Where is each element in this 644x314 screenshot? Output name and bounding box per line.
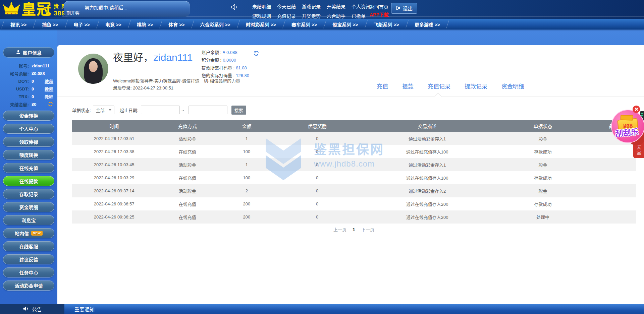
field-value: 0: [32, 79, 45, 84]
menu-settled-today[interactable]: 今天已结: [277, 3, 296, 10]
nav-item-slots[interactable]: 电子 >>: [66, 19, 98, 29]
nav-item-chess[interactable]: 棋牌 >>: [129, 19, 161, 29]
date-separator: ~: [181, 108, 184, 113]
menu-unsettled-detail[interactable]: 未结明细: [252, 3, 271, 10]
nav-item-fishing[interactable]: 捕鱼 >>: [34, 19, 66, 29]
tab-withdraw[interactable]: 提款: [402, 82, 414, 90]
site-mail-label: 站内信: [15, 230, 29, 237]
field-label: 未结金额:: [4, 101, 29, 108]
sidebar-menu: 资金转换 个人中心 领取俸禄 额度转换 在线充值 在线提款 存取记录 资金明细 …: [3, 111, 54, 291]
field-usdt: USDT: 0 教程: [0, 85, 57, 93]
prev-page-button[interactable]: 上一页: [333, 226, 346, 233]
balance-refresh-icon[interactable]: [253, 50, 259, 58]
end-date-input[interactable]: [189, 106, 227, 114]
prize-amount: ¥88: [623, 123, 633, 130]
nav-item-more-games[interactable]: 更多游戏 >>: [407, 19, 448, 29]
announcement-marquee: 期开奖 努力加载中,请稍后...: [64, 1, 190, 17]
nav-item-liuhecai[interactable]: 六合彩系列 >>: [193, 19, 238, 29]
logout-label: 退出: [402, 5, 413, 12]
home-link[interactable]: 返回首页: [370, 3, 388, 10]
field-value: zidan111: [32, 63, 53, 68]
nav-item-sports[interactable]: 体育 >>: [161, 19, 192, 29]
nav-item-racing[interactable]: 赛车系列 >>: [284, 19, 325, 29]
prize-ticket: ¥88: [617, 118, 639, 134]
menu-lottery-helper[interactable]: 六合助手: [327, 12, 345, 19]
status-select[interactable]: 全部: [93, 106, 114, 114]
sidebar: 账户信息 账号: zidan111 帐号余额: ¥0.088 DOY: 0 教程…: [0, 29, 57, 304]
table-row: 2022-04-26 09:37:14活动彩金 20 通过活动彩金存入2彩金: [72, 184, 636, 197]
pagination: 上一页 1 下一页: [72, 226, 636, 233]
nav-item-shishicai[interactable]: 时时彩系列 >>: [238, 19, 284, 29]
logout-button[interactable]: 退出: [391, 3, 417, 14]
tutorial-link[interactable]: 教程: [45, 86, 53, 92]
tab-deposit[interactable]: 充值: [377, 82, 388, 90]
stat-points: 积分余额 :0.0000: [202, 56, 249, 64]
logo-name: 皇冠: [21, 1, 52, 18]
sidebar-item-claim-salary[interactable]: 领取俸禄: [3, 137, 54, 147]
notice-message[interactable]: 重要通知: [74, 304, 95, 314]
scratch-card-promo[interactable]: ¥88: [611, 110, 644, 143]
sidebar-item-deposit-withdraw-records[interactable]: 存取记录: [3, 189, 54, 199]
nav-item-video[interactable]: 视讯 >>: [3, 19, 34, 29]
sidebar-item-fund-details[interactable]: 资金明细: [3, 202, 54, 212]
close-icon[interactable]: [633, 106, 640, 113]
refresh-icon[interactable]: [48, 101, 53, 108]
top-header: 皇冠 贵宾会 3890.com 期开奖 努力加载中,请稍后... 未结明细 今天…: [0, 0, 644, 19]
menu-game-rules[interactable]: 游戏规则: [252, 12, 271, 19]
avatar: [78, 54, 108, 84]
field-unsettled: 未结金额: ¥0: [0, 101, 57, 108]
nav-item-esports[interactable]: 电竞 >>: [98, 19, 129, 29]
menu-cancelled-orders[interactable]: 已撤单: [352, 12, 370, 19]
draw-period-label: 期开奖: [66, 9, 79, 16]
sidebar-item-online-deposit[interactable]: 在线充值: [3, 163, 54, 173]
nav-item-sicbo[interactable]: 骰宝系列 >>: [325, 19, 366, 29]
menu-deposit-records[interactable]: 充值记录: [277, 12, 296, 19]
notice-box: 公告: [0, 304, 64, 314]
tab-withdraw-records[interactable]: 提款记录: [465, 82, 487, 90]
col-method: 充值方式: [156, 120, 218, 132]
menu-game-records[interactable]: 游戏记录: [302, 3, 321, 10]
tutorial-link[interactable]: 教程: [45, 78, 53, 84]
tutorial-link[interactable]: 教程: [45, 93, 53, 100]
main-navbar: 视讯 >> 捕鱼 >> 电子 >> 电竞 >> 棋牌 >> 体育 >> 六合彩系…: [0, 19, 644, 29]
field-trx: TRX: 0 教程: [0, 93, 57, 101]
field-value: 0: [32, 86, 45, 91]
search-button[interactable]: 搜索: [231, 106, 246, 115]
tab-deposit-records[interactable]: 充值记录: [428, 82, 450, 90]
start-date-input[interactable]: [141, 106, 180, 114]
col-bonus: 优惠奖励: [275, 120, 360, 132]
sidebar-item-feedback[interactable]: 建议反馈: [3, 254, 54, 264]
notice-label: 公告: [32, 306, 42, 313]
field-value: 0: [32, 94, 45, 99]
welcome-slogan: Welcome网投领导者·实力铸就品牌·诚信打造一切·相信品牌的力量: [113, 77, 240, 84]
next-page-button[interactable]: 下一页: [361, 226, 374, 233]
sidebar-item-online-withdraw[interactable]: 在线提款: [3, 176, 54, 186]
menu-draw-results[interactable]: 开奖结果: [327, 3, 345, 10]
menu-draw-trends[interactable]: 开奖走势: [302, 12, 321, 19]
field-label: 账号:: [4, 63, 29, 69]
account-info-button[interactable]: 账户信息: [3, 47, 54, 58]
col-status: 单据状态: [495, 120, 591, 132]
menu-personal-info[interactable]: 个人资讯: [352, 3, 370, 10]
record-tabs: 充值 提款 充值记录 提款记录 资金明细: [377, 82, 524, 90]
header-menu: 未结明细 今天已结 游戏记录 开奖结果 个人资讯 游戏规则 充值记录 开奖走势 …: [252, 3, 370, 19]
sidebar-item-quota-transfer[interactable]: 额度转换: [3, 150, 54, 160]
account-info-label: 账户信息: [23, 49, 42, 56]
tab-fund-details[interactable]: 资金明细: [501, 82, 524, 90]
sidebar-item-fund-transfer[interactable]: 资金转换: [3, 111, 54, 121]
new-badge: NEW: [31, 231, 43, 236]
sidebar-item-personal-center[interactable]: 个人中心: [3, 124, 54, 134]
sidebar-item-task-center[interactable]: 任务中心: [3, 267, 54, 277]
nav-item-speedboat[interactable]: 飞艇系列 >>: [366, 19, 407, 29]
account-fields: 账号: zidan111 帐号余额: ¥0.088 DOY: 0 教程 USDT…: [0, 62, 57, 108]
speaker-icon[interactable]: [230, 3, 238, 12]
field-label: USDT:: [4, 86, 29, 91]
table-row: 2022-04-26 09:36:25在线充值 2000 通过在线充值存入200…: [72, 210, 636, 224]
app-download-link[interactable]: APP下载: [370, 11, 389, 18]
sidebar-item-bonus-apply[interactable]: 活动彩金申请: [3, 280, 54, 291]
sidebar-item-interest-treasure[interactable]: 利息宝: [3, 215, 54, 225]
sidebar-item-site-mail[interactable]: 站内信 NEW: [3, 228, 54, 238]
tabs-divider: [57, 96, 644, 97]
user-icon: [16, 50, 21, 56]
sidebar-item-customer-service[interactable]: 在线客服: [3, 241, 54, 251]
